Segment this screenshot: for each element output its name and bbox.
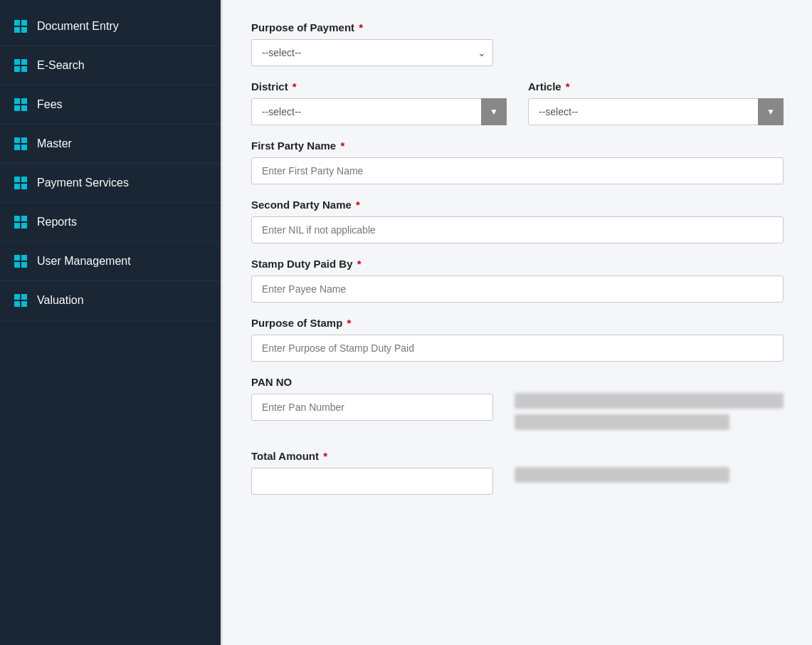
second-party-name-label: Second Party Name * — [251, 199, 784, 211]
payment-services-icon — [14, 177, 27, 189]
required-indicator: * — [356, 21, 363, 33]
article-label: Article * — [528, 80, 784, 93]
sidebar-item-label: Document Entry — [37, 20, 119, 33]
stamp-duty-paid-by-label: Stamp Duty Paid By * — [251, 258, 784, 270]
second-party-name-input[interactable] — [251, 216, 784, 243]
purpose-of-stamp-label: Purpose of Stamp * — [251, 317, 784, 329]
e-search-icon — [14, 59, 27, 72]
sidebar-item-label: Payment Services — [37, 177, 129, 189]
required-indicator: * — [354, 258, 362, 270]
district-label: District * — [251, 80, 507, 93]
article-group: Article * --select-- ▼ — [528, 80, 784, 125]
required-indicator: * — [320, 450, 327, 462]
article-wrapper: --select-- ▼ — [528, 98, 784, 125]
first-party-name-group: First Party Name * — [251, 140, 784, 184]
sidebar-item-label: Valuation — [37, 294, 84, 307]
sidebar-item-label: Master — [37, 137, 72, 150]
sidebar-item-label: Fees — [37, 98, 63, 111]
master-icon — [14, 137, 27, 150]
total-right-col — [515, 450, 784, 488]
pan-label: PAN NO — [251, 376, 493, 388]
blurred-bar-3 — [515, 467, 729, 483]
sidebar-item-reports[interactable]: Reports — [0, 203, 221, 242]
sidebar-item-document-entry[interactable]: Document Entry — [0, 7, 221, 46]
total-amount-group: Total Amount * 0 — [251, 450, 493, 495]
required-indicator: * — [344, 317, 351, 329]
sidebar-item-payment-services[interactable]: Payment Services — [0, 164, 221, 203]
sidebar-item-master[interactable]: Master — [0, 125, 221, 164]
purpose-of-payment-label: Purpose of Payment * — [251, 21, 784, 33]
document-entry-icon — [14, 20, 27, 33]
second-party-name-group: Second Party Name * — [251, 199, 784, 243]
sidebar-item-fees[interactable]: Fees — [0, 85, 221, 125]
district-wrapper: --select-- ▼ — [251, 98, 507, 125]
total-amount-row: Total Amount * 0 — [251, 450, 784, 495]
district-select[interactable]: --select-- — [251, 98, 507, 125]
required-indicator: * — [353, 199, 360, 211]
sidebar-item-e-search[interactable]: E-Search — [0, 46, 221, 85]
district-group: District * --select-- ▼ — [251, 80, 507, 125]
article-select[interactable]: --select-- — [528, 98, 784, 125]
reports-icon — [14, 216, 27, 229]
pan-right-col — [515, 376, 784, 436]
blurred-bar-2 — [515, 414, 729, 430]
sidebar-item-valuation[interactable]: Valuation — [0, 281, 221, 320]
district-article-row: District * --select-- ▼ Article * --sele… — [251, 80, 784, 125]
first-party-name-label: First Party Name * — [251, 140, 784, 152]
sidebar-item-label: User Management — [37, 255, 131, 268]
pan-row: PAN NO — [251, 376, 784, 436]
blurred-bar-1 — [515, 393, 784, 409]
main-content: Purpose of Payment * --select-- ⌄ Distri… — [221, 0, 812, 645]
purpose-of-payment-group: Purpose of Payment * --select-- ⌄ — [251, 21, 784, 66]
required-indicator: * — [563, 80, 570, 93]
fees-icon — [14, 98, 27, 111]
required-indicator: * — [337, 140, 344, 152]
pan-input[interactable] — [251, 394, 493, 421]
purpose-of-payment-select[interactable]: --select-- — [251, 39, 493, 66]
stamp-duty-paid-by-group: Stamp Duty Paid By * — [251, 258, 784, 303]
purpose-of-stamp-input[interactable] — [251, 335, 784, 362]
user-management-icon — [14, 255, 27, 268]
sidebar-item-label: Reports — [37, 216, 77, 229]
total-amount-label: Total Amount * — [251, 450, 493, 462]
sidebar-item-label: E-Search — [37, 59, 85, 72]
sidebar: Document Entry E-Search Fees Master — [0, 0, 221, 645]
pan-group: PAN NO — [251, 376, 493, 421]
first-party-name-input[interactable] — [251, 157, 784, 184]
purpose-of-payment-wrapper: --select-- ⌄ — [251, 39, 493, 66]
stamp-duty-paid-by-input[interactable] — [251, 276, 784, 303]
total-amount-input[interactable]: 0 — [251, 468, 493, 495]
purpose-of-stamp-group: Purpose of Stamp * — [251, 317, 784, 362]
valuation-icon — [14, 294, 27, 307]
required-indicator: * — [290, 80, 297, 93]
sidebar-item-user-management[interactable]: User Management — [0, 242, 221, 281]
